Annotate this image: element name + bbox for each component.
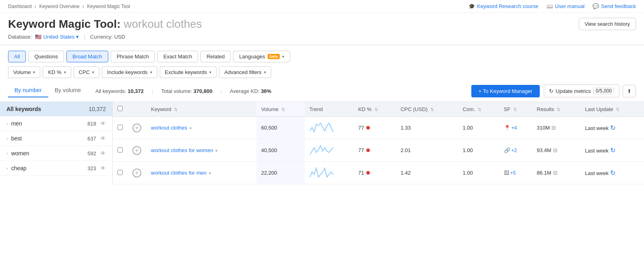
add-to-list-button[interactable]: +	[132, 169, 141, 177]
keyword-course-label: Keyword Research course	[477, 3, 538, 9]
sidebar-item-label: women	[11, 150, 88, 157]
database-selector[interactable]: 🇺🇸 United States ▾	[35, 34, 79, 40]
languages-label: Languages	[239, 54, 265, 60]
eye-icon[interactable]: 👁	[100, 135, 106, 142]
sort-icon: ⇅	[478, 107, 481, 112]
kd-filter[interactable]: KD % ▾	[43, 66, 71, 78]
tab-all[interactable]: All	[8, 51, 26, 62]
keyword-header[interactable]: Keyword ⇅	[146, 102, 256, 117]
sidebar-item-label: cheap	[11, 165, 88, 171]
tab-by-volume[interactable]: By volume	[48, 84, 87, 97]
sf-header[interactable]: SF ⇅	[499, 102, 532, 117]
sort-icon: ⇅	[174, 107, 178, 112]
update-metrics-button[interactable]: ↻ Update metrics 0/5,000	[544, 84, 619, 97]
avg-kd-label: Average KD: 36%	[230, 88, 271, 94]
languages-dropdown[interactable]: Languages beta ▾	[233, 51, 290, 62]
keyword-link[interactable]: workout clothes for men	[151, 170, 206, 176]
tab-questions[interactable]: Questions	[28, 51, 64, 62]
keyword-link[interactable]: workout clothes	[151, 125, 187, 131]
keyword-dropdown-icon[interactable]: ▾	[215, 148, 218, 153]
keyword-dropdown-icon[interactable]: ▾	[208, 171, 211, 175]
send-feedback-label: Send feedback	[601, 3, 636, 9]
all-keywords-value: 10,372	[128, 88, 144, 94]
results-cell: 86.1M⊟	[532, 162, 580, 184]
export-button[interactable]: ⬆	[623, 85, 636, 97]
select-all-checkbox[interactable]	[118, 106, 123, 111]
row-checkbox[interactable]	[118, 170, 123, 175]
page-title-subtitle: workout clothes	[124, 18, 202, 30]
kd-cell: 71	[353, 162, 396, 184]
keywords-table: Keyword ⇅ Volume ⇅ Trend KD % ⇅	[113, 102, 644, 184]
add-to-list-button[interactable]: +	[132, 146, 141, 155]
page-title-main: Keyword Magic Tool:	[8, 18, 121, 30]
keyword-dropdown-icon[interactable]: ▾	[188, 126, 192, 130]
tab-broad-match[interactable]: Broad Match	[66, 51, 108, 62]
sf-count[interactable]: +5	[510, 170, 516, 176]
sidebar-item-label: best	[11, 135, 88, 142]
row-checkbox[interactable]	[118, 147, 123, 152]
sidebar-header-label: All keywords	[6, 106, 41, 112]
course-icon: 🎓	[469, 3, 475, 9]
user-manual-link[interactable]: 📖 User manual	[547, 3, 585, 9]
results-cell: 310M⊟	[532, 117, 580, 139]
chevron-down-icon: ▾	[76, 34, 79, 40]
exclude-keywords-filter[interactable]: Exclude keywords ▾	[160, 66, 217, 78]
tab-exact-match[interactable]: Exact Match	[157, 51, 198, 62]
results-header[interactable]: Results ⇅	[532, 102, 580, 117]
send-feedback-link[interactable]: 💬 Send feedback	[592, 3, 636, 9]
main-content: All keywords 10,372 › men 818 👁 › best 6…	[0, 102, 644, 184]
to-keyword-manager-button[interactable]: + To Keyword Manager	[471, 85, 540, 97]
chevron-down-icon: ▾	[92, 70, 94, 74]
breadcrumb-keyword-overview[interactable]: Keyword Overview	[39, 4, 79, 9]
sf-count[interactable]: +4	[512, 125, 517, 131]
results-value: 310M	[537, 125, 550, 131]
eye-icon[interactable]: 👁	[100, 120, 106, 127]
refresh-icon: ↻	[549, 88, 553, 94]
add-to-list-button[interactable]: +	[132, 124, 141, 132]
trend-header: Trend	[305, 102, 353, 117]
last-update-value: Last week	[585, 170, 609, 176]
sidebar-item-cheap[interactable]: › cheap 323 👁	[0, 161, 112, 176]
sidebar-item-men[interactable]: › men 818 👁	[0, 116, 112, 131]
advanced-filters-label: Advanced filters	[224, 69, 262, 75]
kd-header[interactable]: KD % ⇅	[353, 102, 396, 117]
sidebar: All keywords 10,372 › men 818 👁 › best 6…	[0, 102, 113, 184]
sidebar-item-best[interactable]: › best 637 👁	[0, 131, 112, 146]
eye-icon[interactable]: 👁	[100, 165, 106, 171]
tab-by-number[interactable]: By number	[8, 84, 48, 97]
currency-info: Currency: USD	[90, 34, 125, 40]
com-header[interactable]: Com. ⇅	[458, 102, 499, 117]
tab-phrase-match[interactable]: Phrase Match	[111, 51, 155, 62]
page-header: Keyword Magic Tool: workout clothes View…	[0, 13, 644, 34]
volume-cell: 22,200	[256, 162, 305, 184]
sidebar-item-women[interactable]: › women 592 👁	[0, 146, 112, 161]
kd-filter-label: KD %	[48, 69, 61, 75]
breadcrumb-dashboard[interactable]: Dashboard	[8, 4, 32, 9]
cpc-filter[interactable]: CPC ▾	[74, 66, 99, 78]
sf-feature-icon: 🖼	[504, 170, 509, 176]
sidebar-item-count: 637	[87, 136, 96, 142]
refresh-icon[interactable]: ↻	[610, 124, 615, 131]
sf-count[interactable]: +2	[512, 148, 517, 153]
cpc-filter-label: CPC	[79, 69, 90, 75]
view-history-button[interactable]: View search history	[579, 18, 636, 30]
cpc-cell: 2.01	[396, 139, 458, 162]
eye-icon[interactable]: 👁	[100, 150, 106, 157]
keyword-course-link[interactable]: 🎓 Keyword Research course	[469, 3, 538, 9]
volume-header[interactable]: Volume ⇅	[256, 102, 305, 117]
results-cell: 93.4M⊟	[532, 139, 580, 162]
chevron-right-icon: ›	[6, 166, 8, 171]
feedback-icon: 💬	[592, 3, 599, 9]
refresh-icon[interactable]: ↻	[610, 169, 615, 176]
tab-related[interactable]: Related	[200, 51, 231, 62]
volume-filter[interactable]: Volume ▾	[8, 66, 40, 78]
row-checkbox-cell	[113, 139, 128, 162]
last-update-header[interactable]: Last Update ⇅	[580, 102, 644, 117]
keyword-link[interactable]: workout clothes for women	[151, 147, 213, 153]
include-keywords-filter[interactable]: Include keywords ▾	[102, 66, 157, 78]
refresh-icon[interactable]: ↻	[610, 147, 615, 154]
advanced-filters-filter[interactable]: Advanced filters ▾	[219, 66, 271, 78]
row-checkbox[interactable]	[118, 125, 123, 130]
cpc-header[interactable]: CPC (USD) ⇅	[396, 102, 458, 117]
update-metrics-label: Update metrics	[556, 88, 591, 94]
